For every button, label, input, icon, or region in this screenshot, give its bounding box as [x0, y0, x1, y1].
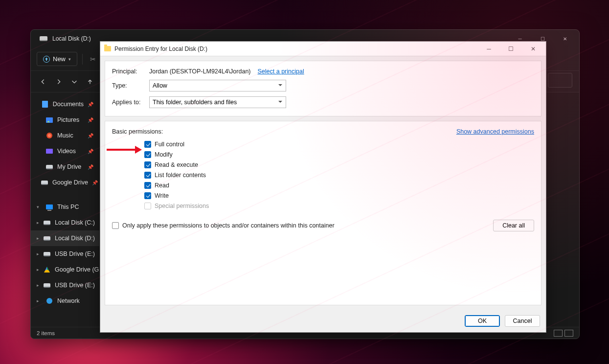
only-apply-label: Only apply these permissions to objects … [122, 222, 335, 229]
pin-icon: 📌 [88, 133, 93, 138]
permissions-panel: Basic permissions: Show advanced permiss… [105, 121, 541, 305]
dialog-minimize-button[interactable]: ─ [478, 42, 500, 56]
dialog-close-button[interactable]: ✕ [522, 42, 544, 56]
nav-back-button[interactable] [39, 77, 47, 86]
sidebar-item-drive[interactable]: ▸Network [31, 293, 99, 309]
permission-checkbox[interactable] [144, 192, 151, 199]
explorer-title: Local Disk (D:) [52, 35, 91, 42]
nav-recent-button[interactable] [70, 77, 79, 86]
permission-label: Read [155, 182, 169, 189]
sidebar-label: Local Disk (C:) [55, 219, 95, 226]
ic-music-icon [46, 133, 52, 138]
permission-item: List folder contents [144, 170, 534, 180]
sidebar-item-drive[interactable]: ▸Local Disk (C:) [31, 215, 99, 230]
sidebar-item-drive[interactable]: ▸Local Disk (D:) [31, 230, 99, 246]
principal-label: Principal: [112, 68, 149, 75]
explorer-close-button[interactable]: ✕ [554, 31, 576, 46]
sidebar-label: Local Disk (D:) [55, 235, 95, 242]
sidebar-label: My Drive [57, 163, 81, 170]
plus-icon [43, 56, 50, 63]
type-select[interactable]: Allow [149, 80, 286, 91]
ic-pic-icon [46, 117, 53, 123]
chevron-down-icon: ▾ [37, 205, 42, 209]
dialog-maximize-button[interactable]: ☐ [500, 42, 522, 56]
chevron-right-icon: ▸ [37, 251, 39, 256]
cut-icon[interactable]: ✂ [88, 54, 98, 65]
principal-panel: Principal: Jordan (DESKTOP-LM924L4\Jorda… [105, 61, 541, 116]
permission-label: Special permissions [155, 203, 209, 209]
drive-icon [44, 267, 50, 273]
permission-checkbox[interactable] [144, 161, 151, 168]
permission-item: Read & execute [144, 159, 534, 170]
permission-label: Read & execute [155, 161, 198, 168]
sidebar-label: Videos [57, 148, 76, 155]
basic-permissions-label: Basic permissions: [112, 128, 163, 135]
dialog-footer: OK Cancel [100, 310, 546, 332]
sidebar-item-drive[interactable]: ▸USB Drive (E:) [31, 277, 99, 293]
sidebar-label: Music [57, 132, 73, 139]
pin-icon: 📌 [88, 164, 93, 170]
permission-checkbox[interactable] [144, 151, 151, 158]
only-apply-checkbox[interactable] [112, 222, 119, 229]
sidebar-item-drive[interactable]: ▸Google Drive (G:) [31, 262, 99, 277]
select-principal-link[interactable]: Select a principal [258, 68, 304, 75]
sidebar-item[interactable]: My Drive📌 [31, 159, 99, 175]
show-advanced-link[interactable]: Show advanced permissions [456, 128, 534, 135]
sidebar-label: USB Drive (E:) [55, 250, 95, 257]
sidebar-item-drive[interactable]: ▸USB Drive (E:) [31, 246, 99, 262]
nav-up-button[interactable] [86, 77, 94, 86]
drive-icon [46, 298, 52, 304]
dialog-titlebar[interactable]: Permission Entry for Local Disk (D:) ─ ☐… [100, 42, 546, 56]
type-label: Type: [112, 82, 149, 89]
ok-button[interactable]: OK [465, 315, 500, 327]
ic-drive-icon [41, 181, 48, 185]
ic-vid-icon [46, 149, 53, 154]
folder-icon [104, 46, 111, 51]
chevron-right-icon: ▸ [37, 298, 42, 303]
chevron-right-icon: ▸ [37, 220, 39, 225]
chevron-right-icon: ▸ [37, 267, 39, 272]
sidebar-item[interactable]: Google Drive📌 [31, 175, 99, 190]
ic-doc-icon [42, 101, 48, 108]
sidebar-item-this-pc[interactable]: ▾ This PC [31, 199, 99, 215]
permission-checkbox[interactable] [144, 141, 151, 148]
permission-label: Write [155, 192, 169, 199]
pin-icon: 📌 [88, 149, 93, 154]
nav-forward-button[interactable] [54, 77, 63, 86]
permission-item: Special permissions [144, 201, 534, 211]
sidebar-label: Documents [53, 101, 84, 108]
permission-label: Modify [155, 151, 173, 158]
sidebar-label: Google Drive (G:) [55, 266, 103, 273]
drive-icon [44, 252, 50, 256]
permission-item: Modify [144, 149, 534, 159]
clear-all-button[interactable]: Clear all [493, 220, 534, 231]
permission-checkbox[interactable] [144, 182, 151, 189]
permission-checkbox[interactable] [144, 172, 151, 179]
search-box[interactable] [548, 73, 572, 88]
permission-item: Read [144, 180, 534, 190]
details-view-button[interactable] [554, 330, 563, 337]
sidebar-item[interactable]: Documents📌 [31, 96, 99, 112]
drive-icon [44, 236, 50, 241]
chevron-right-icon: ▸ [37, 283, 39, 288]
cancel-button[interactable]: Cancel [505, 315, 540, 327]
separator [82, 54, 83, 65]
dialog-title: Permission Entry for Local Disk (D:) [114, 46, 207, 52]
permissions-list: Full controlModifyRead & executeList fol… [112, 139, 534, 211]
principal-value: Jordan (DESKTOP-LM924L4\Jordan) [149, 68, 251, 75]
chevron-down-icon: ▾ [68, 57, 71, 62]
permission-label: List folder contents [155, 172, 206, 179]
tiles-view-button[interactable] [564, 330, 573, 337]
sidebar-label: Network [57, 297, 80, 304]
sidebar-item[interactable]: Music📌 [31, 128, 99, 143]
sidebar-label: Pictures [57, 116, 79, 123]
ic-drive-icon [46, 165, 53, 169]
pin-icon: 📌 [88, 102, 93, 107]
explorer-sidebar: Documents📌Pictures📌Music📌Videos📌My Drive… [31, 92, 99, 327]
sidebar-item[interactable]: Videos📌 [31, 143, 99, 159]
new-button[interactable]: New ▾ [37, 52, 77, 66]
applies-to-select[interactable]: This folder, subfolders and files [149, 96, 286, 108]
sidebar-item[interactable]: Pictures📌 [31, 112, 99, 128]
permission-label: Full control [155, 141, 184, 148]
drive-icon [44, 283, 50, 288]
